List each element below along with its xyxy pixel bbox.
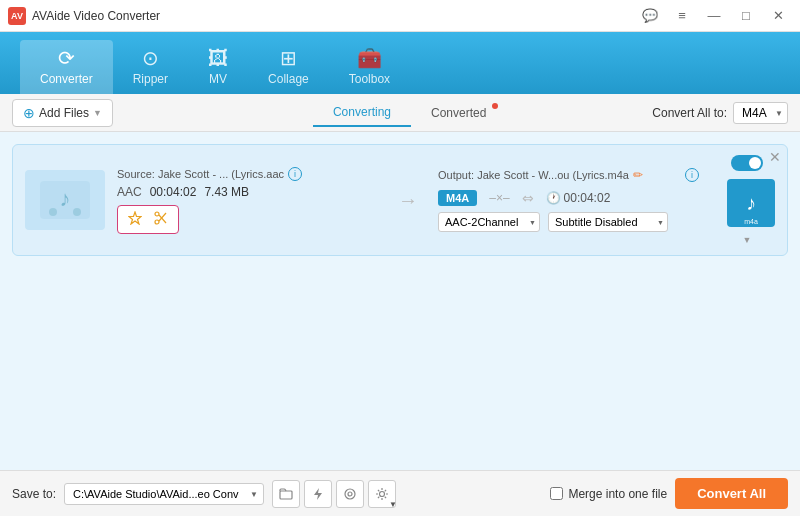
app-title: AVAide Video Converter (32, 9, 160, 23)
edit-output-icon[interactable]: ✏ (633, 168, 643, 182)
nav-mv[interactable]: 🖼 MV (188, 40, 248, 94)
output-info-icon[interactable]: i (685, 168, 699, 182)
folder-browse-button[interactable] (272, 480, 300, 508)
music-note-icon: ♪ (746, 192, 756, 215)
enhance-button[interactable] (124, 209, 146, 230)
menu-button[interactable]: ≡ (668, 5, 696, 27)
nav-toolbox[interactable]: 🧰 Toolbox (329, 40, 410, 94)
converter-label: Converter (40, 72, 93, 86)
expand-icon: ⇔ (522, 190, 534, 206)
thumb-dropdown-icon: ▼ (743, 235, 752, 245)
toolbar: ⊕ Add Files ▼ Converting Converted Conve… (0, 94, 800, 132)
audio-channel-select[interactable]: AAC-2Channel AAC-1Channel (438, 212, 540, 232)
settings-button[interactable]: ▼ (368, 480, 396, 508)
output-format-badge: M4A (438, 190, 477, 206)
nav-ripper[interactable]: ⊙ Ripper (113, 40, 188, 94)
clock-icon: 🕐 (546, 191, 561, 205)
file-actions (117, 205, 179, 234)
lightning-icon (312, 487, 324, 501)
output-meta: M4A –×– ⇔ 🕐 00:04:02 (438, 190, 699, 206)
mv-label: MV (209, 72, 227, 86)
minimize-button[interactable]: — (700, 5, 728, 27)
svg-point-3 (73, 208, 81, 216)
output-source: Output: Jake Scott - W...ou (Lyrics.m4a … (438, 168, 699, 182)
file-meta: AAC 00:04:02 7.43 MB (117, 185, 378, 199)
title-bar: AV AVAide Video Converter 💬 ≡ — □ ✕ (0, 0, 800, 32)
bottom-icons: ▼ (272, 480, 396, 508)
file-source: Source: Jake Scott - ... (Lyrics.aac i (117, 167, 378, 181)
source-label: Source: Jake Scott - ... (Lyrics.aac (117, 168, 284, 180)
cut-button[interactable] (150, 209, 172, 230)
chat-button[interactable]: 💬 (636, 5, 664, 27)
audio-channel-wrap: AAC-2Channel AAC-1Channel (438, 212, 540, 232)
output-thumbnail: ♪ m4a (727, 179, 775, 227)
star-enhance-icon (128, 211, 142, 225)
save-path-wrapper: C:\AVAide Studio\AVAid...eo Converter\Co… (64, 483, 264, 505)
svg-rect-9 (280, 491, 292, 499)
add-files-label: Add Files (39, 106, 89, 120)
svg-point-11 (345, 489, 355, 499)
output-info: Output: Jake Scott - W...ou (Lyrics.m4a … (438, 168, 699, 232)
gear-icon (375, 487, 389, 501)
maximize-button[interactable]: □ (732, 5, 760, 27)
close-button[interactable]: ✕ (764, 5, 792, 27)
toggle-switch[interactable] (731, 155, 763, 171)
subtitle-wrap: Subtitle Disabled Subtitle Enabled (548, 212, 668, 232)
nav-collage[interactable]: ⊞ Collage (248, 40, 329, 94)
output-label: Output: Jake Scott - W...ou (Lyrics.m4a (438, 169, 629, 181)
flash-button[interactable] (304, 480, 332, 508)
tab-group: Converting Converted (313, 99, 506, 127)
title-controls: 💬 ≡ — □ ✕ (636, 5, 792, 27)
svg-marker-10 (314, 488, 322, 500)
bottom-bar: Save to: C:\AVAide Studio\AVAid...eo Con… (0, 470, 800, 516)
music-thumbnail-svg: ♪ (35, 176, 95, 224)
settings-dropdown-icon: ▼ (389, 500, 397, 509)
convert-all-button[interactable]: Convert All (675, 478, 788, 509)
merge-checkbox[interactable] (550, 487, 563, 500)
file-duration: 00:04:02 (150, 185, 197, 199)
arrow-icon: → (390, 189, 426, 212)
tab-converted[interactable]: Converted (411, 99, 506, 127)
tab-converting[interactable]: Converting (313, 99, 411, 127)
output-thumb-label: m4a (744, 218, 758, 225)
close-card-button[interactable]: ✕ (769, 149, 781, 165)
format-select[interactable]: M4A MP4 MP3 (733, 102, 788, 124)
source-info-icon[interactable]: i (288, 167, 302, 181)
merge-label[interactable]: Merge into one file (568, 487, 667, 501)
toolbox-icon: 🧰 (357, 48, 382, 68)
preview-icon (343, 487, 357, 501)
svg-marker-4 (129, 212, 141, 224)
nav-bar: ⟳ Converter ⊙ Ripper 🖼 MV ⊞ Collage 🧰 To… (0, 32, 800, 94)
collage-icon: ⊞ (280, 48, 297, 68)
svg-point-12 (348, 492, 352, 496)
convert-all-to-label: Convert All to: (652, 106, 727, 120)
merge-check: Merge into one file (550, 487, 667, 501)
svg-point-2 (49, 208, 57, 216)
nav-converter[interactable]: ⟳ Converter (20, 40, 113, 94)
add-files-button[interactable]: ⊕ Add Files ▼ (12, 99, 113, 127)
toolbox-label: Toolbox (349, 72, 390, 86)
converter-icon: ⟳ (58, 48, 75, 68)
scissors-icon (154, 211, 168, 225)
add-icon: ⊕ (23, 105, 35, 121)
logo-icon: AV (8, 7, 26, 25)
right-controls: ♪ m4a ▼ (719, 155, 775, 245)
converted-dot (492, 103, 498, 109)
ripper-icon: ⊙ (142, 48, 159, 68)
collage-label: Collage (268, 72, 309, 86)
file-thumbnail: ♪ (25, 170, 105, 230)
preview-button[interactable] (336, 480, 364, 508)
output-res: –×– (489, 191, 509, 205)
add-files-dropdown-icon: ▼ (93, 108, 102, 118)
save-to-label: Save to: (12, 487, 56, 501)
file-card: ♪ Source: Jake Scott - ... (Lyrics.aac i… (12, 144, 788, 256)
save-path-select[interactable]: C:\AVAide Studio\AVAid...eo Converter\Co… (64, 483, 264, 505)
file-size: 7.43 MB (204, 185, 249, 199)
subtitle-select[interactable]: Subtitle Disabled Subtitle Enabled (548, 212, 668, 232)
file-format: AAC (117, 185, 142, 199)
ripper-label: Ripper (133, 72, 168, 86)
convert-all-to-section: Convert All to: M4A MP4 MP3 (652, 102, 788, 124)
folder-icon (279, 488, 293, 500)
svg-point-6 (155, 212, 159, 216)
svg-point-13 (380, 491, 385, 496)
